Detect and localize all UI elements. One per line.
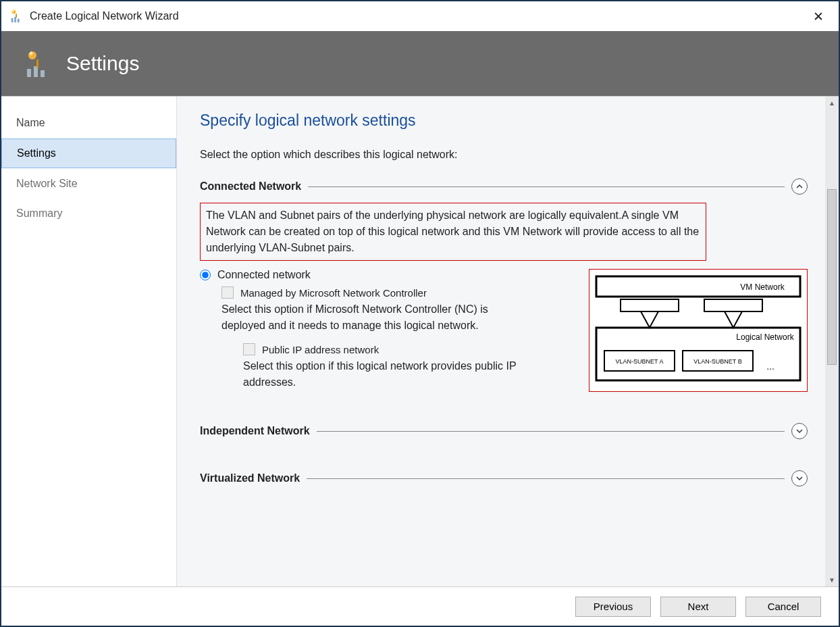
svg-text:...: ... — [766, 361, 775, 372]
svg-text:Logical Network: Logical Network — [736, 332, 794, 342]
step-settings[interactable]: Settings — [1, 139, 176, 168]
svg-rect-12 — [621, 299, 679, 311]
section-virtualized-header: Virtualized Network — [200, 470, 808, 486]
diagram-svg: VM Network Logical Network — [594, 274, 803, 387]
managed-by-nc-checkbox[interactable] — [221, 286, 234, 299]
content-wrap: Specify logical network settings Select … — [177, 97, 839, 586]
connected-diagram: VM Network Logical Network — [589, 269, 808, 392]
svg-text:VLAN-SUBNET B: VLAN-SUBNET B — [693, 358, 741, 365]
footer: Previous Next Cancel — [1, 586, 839, 626]
svg-point-5 — [28, 51, 36, 59]
svg-rect-4 — [16, 14, 17, 17]
close-button[interactable]: ✕ — [806, 7, 831, 26]
public-ip-helper: Select this option if this logical netwo… — [243, 358, 554, 391]
svg-rect-8 — [41, 70, 45, 77]
connected-network-radio-label: Connected network — [217, 269, 311, 281]
section-independent-header: Independent Network — [200, 423, 808, 439]
step-summary[interactable]: Summary — [1, 199, 176, 228]
wizard-window: Create Logical Network Wizard ✕ Settings… — [0, 0, 840, 627]
collapse-connected-button[interactable] — [791, 178, 808, 195]
public-ip-row: Public IP address network — [243, 343, 579, 355]
titlebar: Create Logical Network Wizard ✕ — [1, 1, 839, 31]
header-icon — [23, 49, 53, 78]
wizard-icon — [9, 9, 24, 24]
scroll-up-arrow[interactable]: ▲ — [827, 98, 837, 108]
connected-description: The VLAN and Subnet pairs of the underly… — [200, 203, 706, 261]
scrollbar[interactable]: ▲ ▼ — [825, 97, 839, 586]
window-title: Create Logical Network Wizard — [30, 10, 179, 22]
connected-option-block: Connected network Managed by Microsoft N… — [200, 269, 808, 400]
svg-rect-9 — [36, 59, 38, 68]
cancel-button[interactable]: Cancel — [745, 597, 821, 617]
sidebar: Name Settings Network Site Summary — [1, 97, 177, 586]
chevron-down-icon — [796, 475, 803, 482]
public-ip-checkbox[interactable] — [243, 343, 255, 355]
content-subtext: Select the option which describes this l… — [200, 149, 808, 161]
section-connected-header: Connected Network — [200, 178, 808, 195]
svg-text:VM Network: VM Network — [740, 282, 785, 292]
svg-rect-13 — [704, 299, 762, 311]
expand-independent-button[interactable] — [791, 423, 808, 439]
scroll-thumb[interactable] — [827, 189, 837, 365]
step-network-site[interactable]: Network Site — [1, 170, 176, 198]
svg-rect-3 — [18, 19, 20, 22]
chevron-up-icon — [796, 183, 803, 190]
chevron-down-icon — [796, 428, 803, 434]
managed-by-nc-label: Managed by Microsoft Network Controller — [240, 287, 427, 299]
page-title: Settings — [66, 52, 139, 75]
managed-by-nc-row: Managed by Microsoft Network Controller — [221, 286, 579, 299]
previous-button[interactable]: Previous — [575, 597, 651, 617]
svg-rect-6 — [27, 69, 31, 77]
section-connected-title: Connected Network — [200, 180, 301, 193]
header-band: Settings — [1, 31, 839, 96]
svg-rect-7 — [34, 66, 38, 77]
step-name[interactable]: Name — [1, 109, 176, 137]
expand-virtualized-button[interactable] — [791, 470, 808, 486]
scroll-down-arrow[interactable]: ▼ — [827, 575, 837, 585]
content-heading: Specify logical network settings — [200, 111, 808, 130]
wizard-body: Name Settings Network Site Summary Speci… — [1, 96, 839, 586]
connected-network-radio[interactable] — [200, 270, 211, 280]
section-independent-title: Independent Network — [200, 425, 310, 437]
svg-text:VLAN-SUBNET A: VLAN-SUBNET A — [616, 358, 664, 365]
content: Specify logical network settings Select … — [177, 97, 825, 586]
public-ip-label: Public IP address network — [262, 344, 379, 355]
svg-rect-1 — [11, 18, 14, 22]
section-virtualized-title: Virtualized Network — [200, 472, 300, 484]
connected-network-radio-row: Connected network — [200, 269, 579, 281]
next-button[interactable]: Next — [660, 597, 736, 617]
managed-by-nc-helper: Select this option if Microsoft Network … — [221, 301, 532, 334]
svg-rect-2 — [14, 17, 16, 22]
svg-point-0 — [12, 10, 16, 14]
